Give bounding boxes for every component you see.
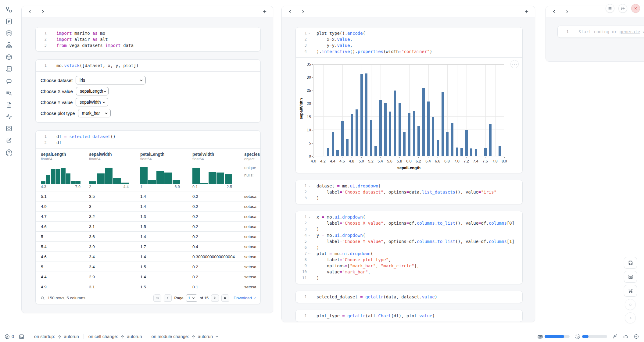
- code-line[interactable]: 1dataset = mo.ui.dropdown(: [296, 183, 522, 189]
- scroll-left-button[interactable]: [27, 9, 32, 14]
- code-line[interactable]: 2df: [36, 140, 260, 146]
- sidebar-item-function-square[interactable]: [5, 17, 13, 25]
- code-line[interactable]: 2 label="Choose X value", options=df.col…: [296, 220, 522, 226]
- error-count-badge[interactable]: 0: [4, 334, 14, 340]
- altair-bar-chart[interactable]: 4.04.24.44.64.85.05.25.45.65.86.06.26.46…: [296, 58, 522, 173]
- code-cell-plot[interactable]: 1plot_type().encode(2 x=x.value,3 y=y.va…: [295, 27, 523, 173]
- code-line[interactable]: 2 label="Choose dataset", options=data.l…: [296, 189, 522, 195]
- column-name[interactable]: sepalWidth: [89, 152, 140, 157]
- choose-plot-type-select[interactable]: mark_bar: [78, 109, 111, 117]
- code-line[interactable]: 2import altair as alt: [36, 36, 260, 42]
- sidebar-item-code-square[interactable]: [5, 124, 13, 132]
- sidebar-item-scroll-text[interactable]: [5, 65, 13, 73]
- code-line[interactable]: 8 label="Choose plot type",: [296, 257, 522, 263]
- sidebar-item-database[interactable]: [5, 29, 13, 37]
- table-row[interactable]: 5.13.51.40.2setosa: [36, 191, 260, 201]
- close-button[interactable]: [631, 4, 640, 13]
- layout-button[interactable]: [624, 271, 637, 283]
- sidebar-item-package[interactable]: [5, 53, 13, 61]
- code-line[interactable]: 11): [296, 275, 522, 281]
- sidebar-item-activity[interactable]: [5, 112, 13, 120]
- empty-code-cell[interactable]: 1Start coding or generate with: [557, 26, 644, 38]
- last-page-button[interactable]: [221, 294, 229, 302]
- table-row[interactable]: 4.63.11.50.2setosa: [36, 221, 260, 231]
- gear-button[interactable]: [618, 4, 627, 13]
- code-editor[interactable]: 1plot_type().encode(2 x=x.value,3 y=y.va…: [296, 27, 522, 57]
- fold-arrow-icon[interactable]: [307, 251, 312, 257]
- column-histogram[interactable]: [140, 166, 180, 184]
- code-editor[interactable]: 1selected_dataset = getattr(data, datase…: [296, 291, 522, 303]
- code-line[interactable]: 1import marimo as mo: [36, 30, 260, 36]
- runtime-config-2[interactable]: on cell change:autorun: [88, 334, 142, 339]
- table-row[interactable]: 53.61.40.2setosa: [36, 231, 260, 241]
- table-row[interactable]: 5.43.91.70.4setosa: [36, 241, 260, 251]
- column-name[interactable]: species: [244, 152, 261, 157]
- code-line[interactable]: 2 x=x.value,: [296, 36, 522, 42]
- fold-arrow-icon[interactable]: [307, 232, 312, 238]
- code-editor[interactable]: 1import marimo as mo2import altair as al…: [36, 27, 260, 51]
- sidebar-item-help-bubble[interactable]: [5, 148, 13, 156]
- sidebar-item-file-text[interactable]: [5, 101, 13, 109]
- previous-page-button[interactable]: [164, 294, 172, 302]
- download-button[interactable]: Download: [234, 296, 256, 300]
- connection-status-button[interactable]: [634, 334, 639, 339]
- column-name[interactable]: sepalLength: [41, 152, 89, 157]
- terminal-button[interactable]: [19, 334, 24, 340]
- code-cell-vstack[interactable]: 1mo.vstack([dataset, x, y, plot]) Choose…: [35, 59, 261, 123]
- stop-button[interactable]: [625, 299, 636, 310]
- code-line[interactable]: 1mo.vstack([dataset, x, y, plot]): [36, 62, 260, 69]
- ai-assist-button[interactable]: [612, 334, 618, 339]
- code-cell-dataset-dropdown[interactable]: 1dataset = mo.ui.dropdown(2 label="Choos…: [295, 180, 523, 204]
- code-cell-dataframe[interactable]: 1df = selected_dataset()2df sepalLengthf…: [35, 130, 261, 304]
- kernel-status-button[interactable]: [623, 334, 628, 339]
- code-cell-xy-plot-dropdowns[interactable]: 1x = mo.ui.dropdown(2 label="Choose X va…: [295, 211, 523, 284]
- column-histogram[interactable]: [41, 166, 80, 184]
- code-line[interactable]: 3): [296, 195, 522, 201]
- code-line[interactable]: 3from vega_datasets import data: [36, 42, 260, 48]
- scroll-left-button[interactable]: [288, 9, 292, 14]
- fold-arrow-icon[interactable]: [307, 214, 312, 220]
- choose-dataset-select[interactable]: iris: [76, 76, 146, 84]
- code-editor[interactable]: 1x = mo.ui.dropdown(2 label="Choose X va…: [296, 211, 522, 284]
- code-line[interactable]: 1selected_dataset = getattr(data, datase…: [296, 294, 522, 300]
- first-page-button[interactable]: [153, 294, 161, 302]
- code-cell-plot-type[interactable]: 1plot_type = getattr(alt.Chart(df), plot…: [295, 310, 523, 322]
- code-line[interactable]: 1df = selected_dataset(): [36, 134, 260, 140]
- ram-usage[interactable]: [537, 334, 570, 340]
- column-name[interactable]: petalLength: [140, 152, 192, 157]
- table-row[interactable]: 4.42.91.40.2setosa: [36, 272, 260, 282]
- sidebar-item-bot[interactable]: [5, 77, 13, 85]
- cmd-button[interactable]: [624, 285, 637, 297]
- code-editor[interactable]: 1Start coding or generate with: [558, 26, 644, 37]
- column-histogram[interactable]: [89, 166, 129, 184]
- code-line[interactable]: 9 options=["mark_bar", "mark_circle"],: [296, 263, 522, 269]
- add-cell-button[interactable]: [262, 9, 267, 14]
- add-cell-button[interactable]: [524, 9, 529, 14]
- scroll-left-button[interactable]: [552, 9, 556, 14]
- menu-button[interactable]: [606, 4, 614, 13]
- code-line[interactable]: 10 value="mark_bar",: [296, 269, 522, 275]
- code-line[interactable]: 6): [296, 244, 522, 251]
- table-row[interactable]: 4.73.21.30.2setosa: [36, 211, 260, 221]
- cpu-usage[interactable]: [575, 334, 607, 340]
- save-button[interactable]: [624, 257, 637, 269]
- fold-arrow-icon[interactable]: [307, 30, 312, 36]
- scroll-right-button[interactable]: [565, 9, 570, 14]
- column-name[interactable]: petalWidth: [192, 152, 244, 157]
- search-icon[interactable]: [40, 296, 45, 301]
- code-cell-imports[interactable]: 1import marimo as mo2import altair as al…: [35, 27, 261, 52]
- runtime-config-1[interactable]: on startup:autorun: [34, 334, 79, 339]
- sidebar-item-workflow[interactable]: [5, 5, 13, 13]
- page-select[interactable]: 1: [186, 294, 197, 302]
- column-histogram[interactable]: [192, 166, 232, 184]
- table-search-button[interactable]: [40, 296, 45, 301]
- scroll-right-button[interactable]: [41, 9, 45, 14]
- table-row[interactable]: 4.63.41.40.30000000000000004setosa: [36, 251, 260, 262]
- code-line[interactable]: 4y = mo.ui.dropdown(: [296, 232, 522, 238]
- code-editor[interactable]: 1dataset = mo.ui.dropdown(2 label="Choos…: [296, 180, 522, 204]
- code-cell-selected-dataset[interactable]: 1selected_dataset = getattr(data, datase…: [295, 291, 523, 303]
- fold-arrow-icon[interactable]: [307, 183, 312, 189]
- chart-plot-area[interactable]: [313, 64, 504, 156]
- table-row[interactable]: 4.931.40.2setosa: [36, 201, 260, 211]
- sidebar-item-notebook-pen[interactable]: [5, 136, 13, 144]
